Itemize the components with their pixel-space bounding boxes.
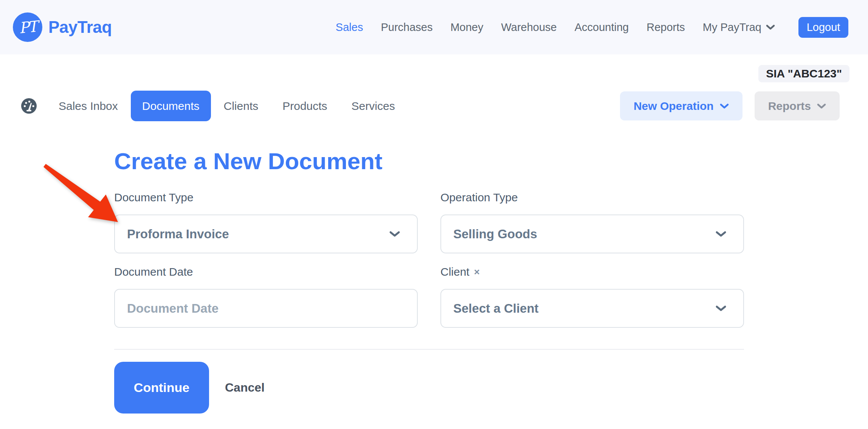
nav-item-my-paytraq[interactable]: My PayTraq <box>703 21 775 34</box>
document-type-label: Document Type <box>114 190 418 205</box>
client-label: Client × <box>440 265 744 279</box>
paytraq-logo-icon: PT <box>13 12 42 42</box>
nav-item-warehouse[interactable]: Warehouse <box>501 21 556 34</box>
document-date-control <box>114 289 418 328</box>
field-document-date: Document Date <box>114 265 418 328</box>
nav-item-accounting[interactable]: Accounting <box>575 21 629 34</box>
continue-button[interactable]: Continue <box>114 362 209 414</box>
document-date-input[interactable] <box>127 301 400 316</box>
nav-item-purchases[interactable]: Purchases <box>381 21 432 34</box>
nav-item-my-paytraq-label: My PayTraq <box>703 21 761 34</box>
tab-products[interactable]: Products <box>282 100 327 113</box>
client-value: Select a Client <box>453 301 539 316</box>
chevron-down-icon <box>766 25 775 30</box>
main-nav: Sales Purchases Money Warehouse Accounti… <box>336 21 775 34</box>
logout-button[interactable]: Logout <box>798 17 848 38</box>
speedometer-icon[interactable] <box>21 98 37 114</box>
client-label-text: Client <box>440 265 470 279</box>
sales-subnav: Sales Inbox Documents Clients Products S… <box>0 91 868 121</box>
new-operation-label: New Operation <box>634 100 714 113</box>
reports-dropdown-button[interactable]: Reports <box>755 91 840 120</box>
company-badge: SIA "ABC123" <box>758 65 849 82</box>
paytraq-logo[interactable]: PT PayTraq <box>13 12 112 42</box>
paytraq-app: PT PayTraq Sales Purchases Money Warehou… <box>0 0 868 429</box>
logo-monogram: PT <box>18 18 37 37</box>
document-date-label: Document Date <box>114 265 418 279</box>
field-operation-type: Operation Type Selling Goods <box>440 190 744 253</box>
nav-item-reports[interactable]: Reports <box>646 21 685 34</box>
top-navbar: PT PayTraq Sales Purchases Money Warehou… <box>0 0 868 54</box>
document-type-value: Proforma Invoice <box>127 227 229 241</box>
form-grid: Document Type Proforma Invoice Operation… <box>114 190 744 328</box>
field-document-type: Document Type Proforma Invoice <box>114 190 418 253</box>
nav-item-sales[interactable]: Sales <box>336 21 363 34</box>
new-operation-button[interactable]: New Operation <box>620 91 742 120</box>
operation-type-select[interactable]: Selling Goods <box>440 214 744 253</box>
tab-sales-inbox[interactable]: Sales Inbox <box>59 100 118 113</box>
chevron-down-icon <box>817 103 826 109</box>
tab-documents[interactable]: Documents <box>131 91 211 121</box>
subnav-tabs: Sales Inbox Documents Clients Products S… <box>59 91 395 121</box>
reports-dropdown-label: Reports <box>768 100 811 113</box>
red-arrow-annotation <box>38 159 125 228</box>
create-document-form: Create a New Document Document Type Prof… <box>114 148 744 414</box>
tab-services[interactable]: Services <box>352 100 395 113</box>
chevron-down-icon <box>720 103 729 109</box>
form-divider <box>114 349 744 350</box>
chevron-down-icon <box>715 305 727 312</box>
tab-clients[interactable]: Clients <box>224 100 259 113</box>
nav-item-money[interactable]: Money <box>450 21 483 34</box>
field-client: Client × Select a Client <box>440 265 744 328</box>
operation-type-value: Selling Goods <box>453 227 537 241</box>
cancel-button[interactable]: Cancel <box>225 381 265 395</box>
chevron-down-icon <box>389 231 400 237</box>
document-type-select[interactable]: Proforma Invoice <box>114 214 418 253</box>
page-title: Create a New Document <box>114 148 744 174</box>
brand-name: PayTraq <box>48 18 112 37</box>
operation-type-label: Operation Type <box>440 190 744 205</box>
chevron-down-icon <box>715 231 727 237</box>
form-actions: Continue Cancel <box>114 362 744 414</box>
clear-x-icon[interactable]: × <box>474 267 480 277</box>
client-select[interactable]: Select a Client <box>440 289 744 328</box>
company-badge-row: SIA "ABC123" <box>0 65 868 82</box>
